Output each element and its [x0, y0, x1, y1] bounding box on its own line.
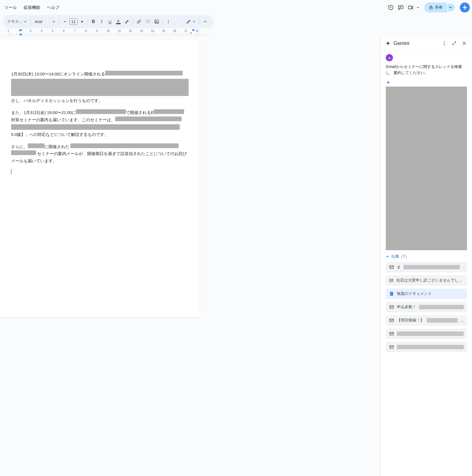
sources-label: 出典（7） — [391, 254, 409, 259]
gemini-spark-icon — [385, 40, 391, 46]
text-color-button[interactable]: A — [115, 17, 122, 26]
more-tools-button[interactable] — [164, 17, 172, 26]
text-run: 対策セミナーの案内も届いています。このセミナーは、 — [11, 117, 115, 122]
document-canvas[interactable]: 1月30日(木) 13:00〜14:00にオンライン開催される 介し、パネルディ… — [0, 37, 380, 476]
history-icon[interactable] — [387, 4, 394, 11]
video-call-icon[interactable] — [407, 4, 414, 11]
svg-point-7 — [168, 21, 169, 22]
text-run: セミナーの案内メールが、開催期日を過ぎて誤送信されたことについてのお詫びメールも… — [11, 151, 187, 163]
chip-label: 申込多数！ — [397, 305, 416, 310]
font-size-increase[interactable] — [78, 17, 86, 26]
highlight-button[interactable] — [123, 17, 131, 26]
svg-point-11 — [444, 44, 445, 45]
chip-label: 先日は大変申し訳ございませんでした【セ... — [396, 278, 464, 283]
italic-button[interactable]: I — [98, 17, 106, 26]
underline-button[interactable]: U — [106, 17, 114, 26]
text-cursor — [11, 169, 11, 174]
text-run: 1月30日(木) 13:00〜14:00にオンライン開催される — [11, 72, 105, 76]
chip-label: ま — [397, 265, 401, 270]
style-dropdown-label: テキス... — [7, 19, 22, 24]
mail-icon — [389, 345, 394, 350]
mail-icon — [389, 265, 394, 270]
text-run: 介し、パネルディスカッションを行うものです。 — [11, 98, 103, 103]
side-panel-close-button[interactable] — [461, 40, 468, 47]
side-panel-expand-button[interactable] — [451, 40, 458, 47]
paragraph: 1月30日(木) 13:00〜14:00にオンライン開催される 介し、パネルディ… — [11, 70, 189, 104]
video-call-dropdown[interactable] — [414, 4, 422, 11]
mail-icon — [389, 331, 394, 336]
svg-point-10 — [444, 43, 445, 44]
svg-rect-2 — [430, 7, 432, 9]
source-chip-email[interactable] — [386, 328, 467, 339]
collapse-toolbar-button[interactable] — [201, 17, 209, 26]
mail-icon — [389, 318, 394, 323]
app-menus: ツール 拡張機能 ヘルプ — [2, 3, 62, 12]
menu-help[interactable]: ヘルプ — [45, 3, 62, 12]
share-button[interactable]: 共有 — [424, 2, 447, 12]
sources-toggle[interactable]: 出典（7） — [386, 254, 467, 259]
svg-point-5 — [156, 21, 156, 21]
text-run: また、1月31日(金) 19:00〜21:00に — [11, 110, 76, 115]
menu-extensions[interactable]: 拡張機能 — [21, 3, 42, 12]
insert-image-button[interactable] — [153, 17, 161, 26]
bold-button[interactable]: B — [90, 17, 97, 26]
source-chip-email[interactable]: ま. — [386, 262, 467, 272]
text-run: に開催された — [44, 144, 69, 149]
mail-icon — [389, 278, 394, 283]
style-dropdown[interactable]: テキス... — [5, 17, 29, 26]
font-dropdown-label: Arial — [35, 19, 42, 24]
paragraph: また、1月31日(金) 19:00〜21:00にで開催されるE 対策セミナーの案… — [11, 109, 189, 138]
side-panel-header: Gemini — [381, 37, 472, 50]
insert-link-button[interactable] — [135, 17, 143, 26]
menubar: ツール 拡張機能 ヘルプ 共有 — [0, 0, 472, 15]
user-prompt-text: Gmailからセミナーに関するスレッドを検索し、要約してください。 — [386, 64, 467, 76]
lock-icon — [429, 5, 433, 10]
chip-label: 無題のドキュメント — [397, 291, 432, 296]
comment-icon[interactable] — [397, 4, 404, 11]
side-panel-more-button[interactable] — [441, 40, 448, 47]
source-chip-email[interactable]: 【明日開催！】... — [386, 315, 467, 326]
font-dropdown[interactable]: Arial — [32, 18, 57, 26]
chip-label: 【明日開催！】 — [397, 318, 424, 323]
source-chip-doc[interactable]: 無題のドキュメント — [386, 288, 467, 299]
svg-point-8 — [168, 23, 169, 24]
document-icon — [389, 291, 394, 296]
hanging-indent-marker[interactable] — [19, 33, 22, 35]
source-chip-email[interactable]: 先日は大変申し訳ございませんでした【セ... — [386, 275, 467, 286]
gemini-side-panel: Gemini a Gmailからセミナーに関するスレッドを検索し、要約してくださ… — [380, 37, 472, 476]
share-dropdown[interactable] — [448, 4, 455, 11]
horizontal-ruler[interactable]: ▾ 123456789101112131415161718 — [0, 29, 214, 36]
gemini-response-redacted — [386, 87, 467, 250]
top-right-controls: 共有 — [387, 2, 470, 12]
text-run: さらに、 — [11, 144, 28, 149]
svg-point-9 — [444, 41, 445, 42]
editing-mode-dropdown[interactable] — [184, 17, 198, 26]
menu-tool[interactable]: ツール — [2, 3, 19, 12]
gemini-spark-icon — [386, 80, 391, 85]
source-chip-email[interactable] — [386, 342, 467, 352]
font-size-input[interactable]: 11 — [69, 19, 78, 25]
side-panel-body[interactable]: a Gmailからセミナーに関するスレッドを検索し、要約してください。 出典（7… — [381, 50, 472, 476]
svg-point-6 — [168, 20, 169, 21]
add-comment-button[interactable] — [144, 17, 152, 26]
font-size-decrease[interactable] — [61, 17, 69, 26]
gemini-launcher-icon[interactable] — [460, 2, 470, 12]
page: 1月30日(木) 13:00〜14:00にオンライン開催される 介し、パネルディ… — [0, 40, 200, 317]
text-run: 5.0版】」への対応などについて解説するものです。 — [11, 132, 108, 137]
text-run: で開催されるE — [126, 110, 154, 115]
user-avatar: a — [386, 54, 393, 61]
mail-icon — [389, 305, 394, 310]
right-indent-marker[interactable] — [192, 29, 195, 31]
paragraph: さらに、に開催された セミナーの案内メールが、開催期日を過ぎて誤送信されたことに… — [11, 143, 189, 164]
formatting-toolbar: テキス... Arial 11 B I U A — [3, 15, 214, 28]
svg-rect-1 — [408, 6, 412, 9]
source-chip-email[interactable]: 申込多数！ — [386, 302, 467, 312]
side-panel-title: Gemini — [394, 40, 409, 46]
share-label: 共有 — [435, 5, 443, 10]
svg-rect-0 — [399, 6, 403, 9]
